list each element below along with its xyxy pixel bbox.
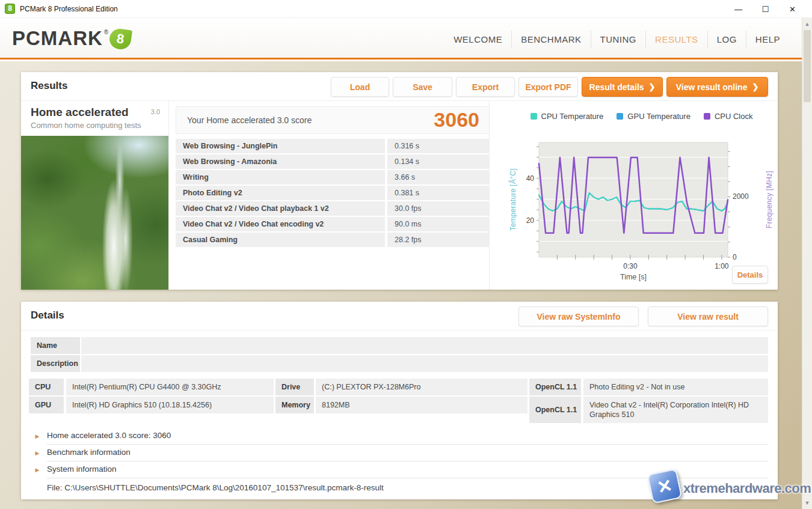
legend-item: CPU Temperature bbox=[531, 112, 604, 121]
chart-legend: CPU Temperature GPU Temperature CPU Cloc… bbox=[505, 112, 778, 121]
details-title: Details bbox=[31, 309, 64, 322]
result-details-label: Result details bbox=[589, 82, 644, 92]
accordion-label: Benchmark information bbox=[47, 448, 131, 457]
svg-text:20: 20 bbox=[526, 216, 535, 225]
svg-text:2000: 2000 bbox=[733, 192, 749, 201]
close-button[interactable]: ✕ bbox=[779, 0, 806, 18]
pcmark-logo: PCMARK ® 8 bbox=[12, 28, 131, 49]
metric-row: Web Browsing - JunglePin 0.316 s bbox=[176, 139, 490, 153]
accordion-label: System information bbox=[47, 465, 117, 474]
expander-arrow-icon: ▶ bbox=[33, 449, 42, 457]
metric-value: 0.316 s bbox=[387, 139, 490, 153]
legend-label: CPU Clock bbox=[715, 112, 753, 121]
metric-row: Web Browsing - Amazonia 0.134 s bbox=[176, 154, 490, 169]
nav-item[interactable]: LOG bbox=[707, 31, 746, 48]
chart-details-button[interactable]: Details bbox=[732, 266, 768, 284]
details-header: Details View raw SystemInfo View raw res… bbox=[21, 302, 778, 331]
memory-value: 8192MB bbox=[316, 397, 527, 413]
cpu-label: CPU bbox=[29, 379, 64, 395]
nav-item[interactable]: BENCHMARK bbox=[511, 31, 590, 48]
watermark-text: xtremehardware.com bbox=[683, 481, 811, 496]
metric-label: Video Chat v2 / Video Chat playback 1 v2 bbox=[176, 201, 385, 216]
nav-item[interactable]: TUNING bbox=[591, 31, 646, 48]
legend-swatch bbox=[704, 113, 710, 120]
opencl-1-label: OpenCL 1.1 bbox=[529, 379, 581, 395]
metric-label: Photo Editing v2 bbox=[176, 186, 385, 200]
description-field-label: Description bbox=[31, 355, 80, 372]
results-header: Results Load Save Export Export PDF Resu… bbox=[21, 72, 778, 101]
watermark-x-icon: ✕ bbox=[647, 468, 682, 504]
metric-value: 30.0 fps bbox=[387, 201, 490, 216]
score-value: 3060 bbox=[434, 108, 479, 132]
results-title: Results bbox=[31, 80, 67, 92]
test-name: Home accelerated bbox=[31, 106, 129, 119]
title-bar: 8 PCMark 8 Professional Edition — ☐ ✕ bbox=[0, 0, 812, 18]
svg-text:0:30: 0:30 bbox=[623, 262, 638, 270]
monitoring-chart: 2040020000:301:00Time [s] bbox=[512, 139, 754, 283]
chevron-right-icon: ❯ bbox=[752, 82, 758, 91]
drive-value: (C:) PLEXTOR PX-128M6Pro bbox=[316, 379, 527, 395]
metric-row: Photo Editing v2 0.381 s bbox=[176, 186, 490, 200]
metrics-table: Web Browsing - JunglePin 0.316 s Web Bro… bbox=[176, 139, 490, 248]
svg-text:Time [s]: Time [s] bbox=[620, 273, 647, 281]
metric-value: 90.0 ms bbox=[387, 217, 490, 231]
metric-label: Casual Gaming bbox=[176, 233, 385, 247]
metric-row: Video Chat v2 / Video Chat encoding v2 9… bbox=[176, 217, 490, 231]
metric-value: 0.381 s bbox=[387, 186, 490, 200]
legend-swatch bbox=[531, 113, 537, 120]
metric-label: Writing bbox=[176, 170, 385, 184]
test-version: 3.0 bbox=[151, 108, 160, 115]
maximize-button[interactable]: ☐ bbox=[752, 0, 779, 18]
score-label: Your Home accelerated 3.0 score bbox=[187, 115, 312, 125]
gpu-label: GPU bbox=[29, 397, 64, 413]
app-header: PCMARK ® 8 WELCOMEBENCHMARKTUNINGRESULTS… bbox=[0, 18, 812, 59]
score-card: Your Home accelerated 3.0 score 3060 bbox=[176, 106, 490, 134]
export-button[interactable]: Export bbox=[456, 77, 515, 97]
metric-value: 0.134 s bbox=[387, 154, 490, 169]
accordion-row[interactable]: ▶ Home accelerated 3.0 score: 3060 bbox=[21, 428, 778, 445]
view-result-online-label: View result online bbox=[676, 82, 748, 92]
name-field-label: Name bbox=[31, 337, 80, 354]
nav-item[interactable]: WELCOME bbox=[444, 31, 511, 48]
legend-swatch bbox=[617, 113, 623, 120]
minimize-button[interactable]: — bbox=[725, 0, 752, 18]
legend-label: CPU Temperature bbox=[541, 112, 604, 121]
app-icon: 8 bbox=[5, 4, 15, 14]
save-button[interactable]: Save bbox=[393, 77, 452, 97]
logo-text: PCMARK bbox=[12, 28, 103, 49]
window-title: PCMark 8 Professional Edition bbox=[20, 5, 118, 13]
result-details-button[interactable]: Result details ❯ bbox=[582, 77, 663, 97]
result-file-path: File: C:\Users\SHUTTLE\Documents\PCMark … bbox=[47, 483, 384, 492]
accordion-row[interactable]: ▶ Benchmark information bbox=[21, 445, 778, 462]
metric-row: Writing 3.66 s bbox=[176, 170, 490, 184]
metric-label: Web Browsing - JunglePin bbox=[176, 139, 385, 153]
view-raw-result-button[interactable]: View raw result bbox=[648, 306, 768, 326]
view-raw-systeminfo-button[interactable]: View raw SystemInfo bbox=[518, 306, 639, 326]
view-result-online-button[interactable]: View result online ❯ bbox=[666, 77, 768, 97]
logo-leaf-icon: 8 bbox=[108, 28, 132, 51]
scroll-up-arrow-icon[interactable]: ▲ bbox=[802, 19, 812, 29]
metric-row: Casual Gaming 28.2 fps bbox=[176, 233, 490, 247]
nav-item[interactable]: HELP bbox=[746, 31, 789, 48]
registered-mark: ® bbox=[104, 29, 108, 35]
load-button[interactable]: Load bbox=[331, 77, 389, 97]
metric-label: Web Browsing - Amazonia bbox=[176, 154, 385, 169]
metric-row: Video Chat v2 / Video Chat playback 1 v2… bbox=[176, 201, 490, 216]
vertical-scrollbar[interactable]: ▲ ▼ bbox=[802, 18, 812, 509]
test-thumbnail-image bbox=[21, 136, 168, 290]
opencl-2-label: OpenCL 1.1 bbox=[529, 397, 581, 423]
name-field-value bbox=[81, 337, 768, 354]
export-pdf-button[interactable]: Export PDF bbox=[518, 77, 578, 97]
score-column: Your Home accelerated 3.0 score 3060 Web… bbox=[176, 101, 490, 290]
svg-text:0: 0 bbox=[733, 253, 737, 261]
description-field-value bbox=[81, 355, 768, 372]
scroll-down-arrow-icon[interactable]: ▼ bbox=[802, 498, 812, 508]
expander-arrow-icon: ▶ bbox=[33, 432, 42, 440]
legend-label: GPU Temperature bbox=[627, 112, 691, 121]
metric-label: Video Chat v2 / Video Chat encoding v2 bbox=[176, 217, 385, 231]
nav-item[interactable]: RESULTS bbox=[645, 31, 707, 48]
scrollbar-thumb[interactable] bbox=[804, 30, 811, 102]
memory-label: Memory bbox=[275, 397, 314, 413]
svg-text:40: 40 bbox=[526, 174, 535, 183]
results-panel: Results Load Save Export Export PDF Resu… bbox=[21, 72, 778, 290]
